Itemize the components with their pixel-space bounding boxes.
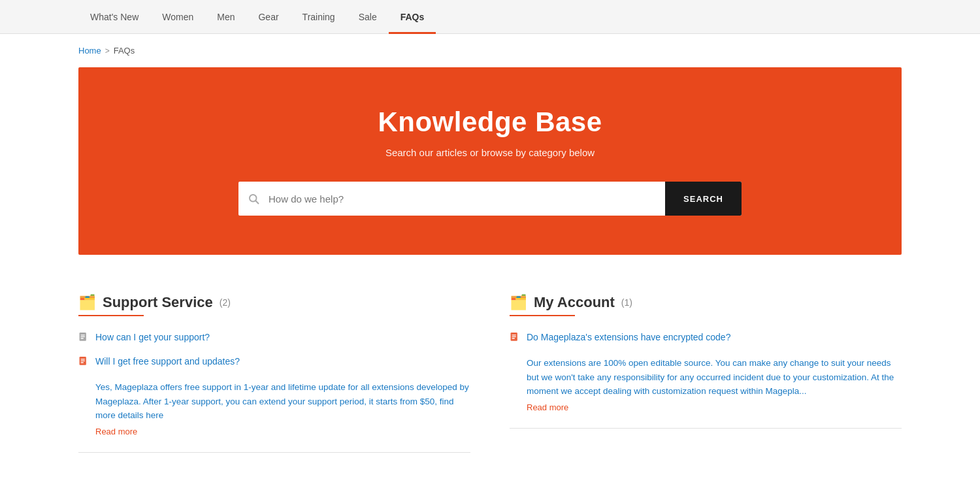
top-navigation: What's New Women Men Gear Training Sale … (0, 0, 980, 34)
faq-item: How can I get your support? (78, 332, 470, 347)
svg-rect-4 (81, 336, 85, 337)
breadcrumb-home[interactable]: Home (78, 46, 101, 56)
svg-rect-8 (81, 361, 85, 361)
category-title-text: Support Service (103, 294, 213, 311)
faq-doc-icon (510, 333, 520, 347)
nav-men[interactable]: Men (205, 0, 246, 34)
nav-training[interactable]: Training (291, 0, 347, 34)
category-title-divider (78, 315, 144, 316)
svg-rect-3 (81, 335, 85, 335)
category-title-text: My Account (534, 294, 615, 311)
search-icon (238, 182, 269, 216)
svg-point-0 (250, 195, 257, 202)
svg-rect-13 (512, 338, 515, 338)
category-count: (1) (621, 297, 632, 308)
category-my-account: 🗂️ My Account (1) Do Mageplaza's extensi… (510, 281, 902, 466)
faq-description: Our extensions are 100% open editable so… (527, 356, 902, 399)
svg-rect-9 (81, 362, 84, 363)
folder-icon: 🗂️ (78, 294, 96, 311)
hero-title: Knowledge Base (105, 106, 875, 138)
category-bottom-divider (510, 428, 902, 429)
svg-rect-12 (512, 336, 516, 337)
search-bar: SEARCH (238, 182, 742, 216)
faq-doc-icon (78, 333, 89, 347)
nav-gear[interactable]: Gear (246, 0, 290, 34)
category-count: (2) (220, 297, 231, 308)
svg-rect-11 (512, 335, 516, 335)
breadcrumb-separator: > (105, 46, 110, 56)
nav-women[interactable]: Women (150, 0, 205, 34)
faq-item: Do Mageplaza's extensions have encrypted… (510, 332, 902, 347)
category-title-divider (510, 315, 575, 316)
read-more-link[interactable]: Read more (95, 427, 470, 436)
read-more-link[interactable]: Read more (527, 402, 902, 412)
category-support-service: 🗂️ Support Service (2) How can I get you… (78, 281, 470, 466)
faq-doc-icon (78, 357, 89, 371)
svg-line-1 (256, 201, 259, 204)
hero-banner: Knowledge Base Search our articles or br… (78, 67, 902, 255)
svg-rect-7 (81, 359, 85, 359)
nav-whats-new[interactable]: What's New (78, 0, 150, 34)
search-button[interactable]: SEARCH (665, 182, 742, 216)
content-area: 🗂️ Support Service (2) How can I get you… (0, 255, 980, 490)
faq-question-link[interactable]: Will I get free support and updates? (95, 356, 240, 367)
nav-sale[interactable]: Sale (347, 0, 389, 34)
breadcrumb: Home > FAQs (0, 34, 980, 67)
folder-icon: 🗂️ (510, 294, 527, 311)
faq-item: Will I get free support and updates? (78, 356, 470, 371)
faq-description: Yes, Mageplaza offers free support in 1-… (95, 380, 470, 423)
faq-question-link[interactable]: Do Mageplaza's extensions have encrypted… (527, 332, 730, 342)
breadcrumb-current: FAQs (114, 46, 135, 56)
search-input[interactable] (269, 182, 665, 216)
svg-rect-5 (81, 338, 84, 338)
category-bottom-divider (78, 452, 470, 453)
nav-faqs[interactable]: FAQs (389, 0, 436, 34)
hero-subtitle: Search our articles or browse by categor… (105, 147, 875, 158)
faq-question-link[interactable]: How can I get your support? (95, 332, 210, 342)
